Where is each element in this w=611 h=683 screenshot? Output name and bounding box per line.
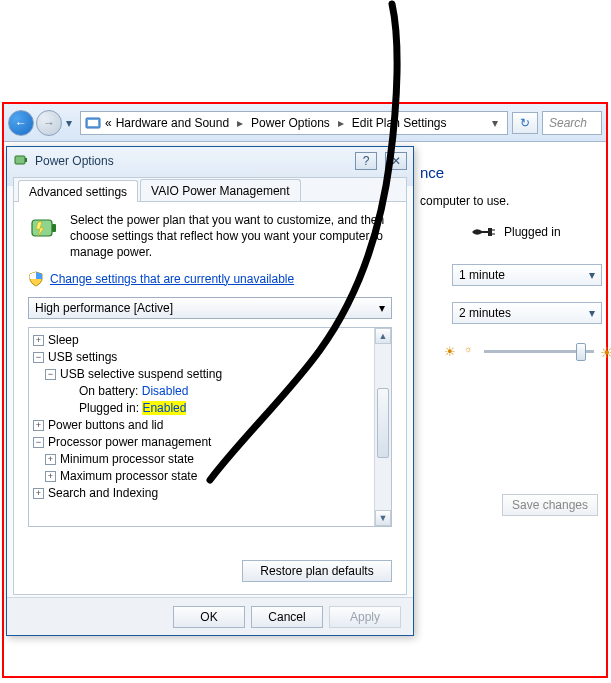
- apply-button[interactable]: Apply: [329, 606, 401, 628]
- expand-toggle[interactable]: +: [45, 471, 56, 482]
- breadcrumb-hardware[interactable]: Hardware and Sound: [116, 116, 229, 130]
- brightness-slider[interactable]: [484, 350, 594, 353]
- slider-thumb[interactable]: [576, 343, 586, 361]
- save-changes-label: Save changes: [512, 498, 588, 512]
- svg-rect-7: [52, 224, 56, 232]
- svg-rect-3: [492, 233, 495, 235]
- cancel-label: Cancel: [268, 610, 305, 624]
- dim-display-value: 1 minute: [459, 268, 505, 282]
- help-button[interactable]: ?: [355, 152, 377, 170]
- tree-processor-power[interactable]: Processor power management: [48, 435, 211, 449]
- chevron-right-icon: ▸: [334, 116, 348, 130]
- breadcrumb-power-options[interactable]: Power Options: [251, 116, 330, 130]
- scroll-thumb[interactable]: [377, 388, 389, 458]
- tree-sleep[interactable]: Sleep: [48, 333, 79, 347]
- restore-defaults-label: Restore plan defaults: [260, 564, 373, 578]
- chevron-down-icon: ▾: [379, 301, 385, 315]
- tab-label: Advanced settings: [29, 185, 127, 199]
- refresh-icon: ↻: [520, 116, 530, 130]
- dialog-title: Power Options: [35, 154, 347, 168]
- page-description-partial: computer to use.: [420, 194, 509, 208]
- close-button[interactable]: ✕: [385, 152, 407, 170]
- power-plan-select[interactable]: High performance [Active] ▾: [28, 297, 392, 319]
- search-placeholder: Search: [549, 116, 587, 130]
- power-plan-value: High performance [Active]: [35, 301, 173, 315]
- chevron-down-icon: ▾: [589, 306, 595, 320]
- forward-button[interactable]: →: [36, 110, 62, 136]
- refresh-button[interactable]: ↻: [512, 112, 538, 134]
- svg-rect-1: [88, 120, 98, 126]
- on-battery-label: On battery:: [79, 384, 138, 398]
- tab-label: VAIO Power Management: [151, 184, 290, 198]
- breadcrumb-edit-plan[interactable]: Edit Plan Settings: [352, 116, 447, 130]
- plug-icon: [470, 224, 496, 240]
- plugged-in-label: Plugged in: [504, 225, 561, 239]
- expand-toggle[interactable]: +: [33, 335, 44, 346]
- shield-icon: [28, 271, 44, 287]
- sun-small-icon: ☼: [464, 344, 478, 358]
- svg-rect-2: [492, 229, 495, 231]
- dim-display-select[interactable]: 1 minute ▾: [452, 264, 602, 286]
- intro-text: Select the power plan that you want to c…: [70, 212, 392, 261]
- history-dropdown[interactable]: ▾: [62, 113, 76, 133]
- tree-power-buttons[interactable]: Power buttons and lid: [48, 418, 163, 432]
- svg-rect-4: [15, 156, 25, 164]
- collapse-toggle[interactable]: −: [33, 352, 44, 363]
- address-bar[interactable]: « Hardware and Sound ▸ Power Options ▸ E…: [80, 111, 508, 135]
- tab-strip: Advanced settings VAIO Power Management: [14, 178, 406, 202]
- collapse-toggle[interactable]: −: [45, 369, 56, 380]
- dialog-body: Advanced settings VAIO Power Management …: [13, 177, 407, 595]
- chevron-right-icon: ▸: [233, 116, 247, 130]
- turn-off-display-select[interactable]: 2 minutes ▾: [452, 302, 602, 324]
- dialog-footer: OK Cancel Apply: [7, 597, 413, 635]
- expand-toggle[interactable]: +: [33, 488, 44, 499]
- save-changes-button[interactable]: Save changes: [502, 494, 598, 516]
- annotation-frame: ← → ▾ « Hardware and Sound ▸ Power Optio…: [2, 102, 608, 678]
- explorer-nav-bar: ← → ▾ « Hardware and Sound ▸ Power Optio…: [4, 104, 606, 142]
- expand-toggle[interactable]: +: [33, 420, 44, 431]
- page-heading-partial: nce: [420, 164, 444, 181]
- change-unavailable-link[interactable]: Change settings that are currently unava…: [50, 272, 294, 286]
- help-icon: ?: [363, 154, 370, 168]
- collapse-toggle[interactable]: −: [33, 437, 44, 448]
- tree-max-processor[interactable]: Maximum processor state: [60, 469, 197, 483]
- close-icon: ✕: [391, 154, 401, 168]
- breadcrumb-prefix: «: [105, 116, 112, 130]
- scroll-up-button[interactable]: ▲: [375, 328, 391, 344]
- svg-rect-5: [25, 158, 27, 162]
- brightness-slider-row: ☀ ☼ ☀: [444, 344, 611, 358]
- plugged-in-label: Plugged in:: [79, 401, 139, 415]
- chevron-down-icon: ▾: [589, 268, 595, 282]
- settings-tree-container: +Sleep −USB settings −USB selective susp…: [28, 327, 392, 527]
- intro-row: Select the power plan that you want to c…: [14, 202, 406, 271]
- uac-link-row: Change settings that are currently unava…: [14, 271, 406, 297]
- ok-button[interactable]: OK: [173, 606, 245, 628]
- battery-icon: [28, 212, 60, 244]
- ok-label: OK: [200, 610, 217, 624]
- scroll-down-button[interactable]: ▼: [375, 510, 391, 526]
- tab-vaio-power[interactable]: VAIO Power Management: [140, 179, 301, 201]
- settings-tree[interactable]: +Sleep −USB settings −USB selective susp…: [29, 328, 373, 526]
- tree-scrollbar[interactable]: ▲ ▼: [374, 328, 391, 526]
- tree-min-processor[interactable]: Minimum processor state: [60, 452, 194, 466]
- address-dropdown[interactable]: ▾: [487, 116, 503, 130]
- search-input[interactable]: Search: [542, 111, 602, 135]
- tree-search-indexing[interactable]: Search and Indexing: [48, 486, 158, 500]
- power-options-dialog: Power Options ? ✕ Advanced settings VAIO…: [6, 146, 414, 636]
- tab-advanced-settings[interactable]: Advanced settings: [18, 180, 138, 202]
- tree-usb-settings[interactable]: USB settings: [48, 350, 117, 364]
- restore-defaults-button[interactable]: Restore plan defaults: [242, 560, 392, 582]
- plugged-in-column-header: Plugged in: [470, 224, 561, 240]
- plugged-in-value[interactable]: Enabled: [142, 401, 186, 415]
- arrow-left-icon: ←: [15, 116, 27, 130]
- sun-bright-icon: ☀: [600, 344, 611, 358]
- cancel-button[interactable]: Cancel: [251, 606, 323, 628]
- battery-small-icon: [13, 152, 29, 171]
- expand-toggle[interactable]: +: [45, 454, 56, 465]
- control-panel-icon: [85, 115, 101, 131]
- tree-usb-suspend[interactable]: USB selective suspend setting: [60, 367, 222, 381]
- dialog-titlebar[interactable]: Power Options ? ✕: [7, 147, 413, 175]
- back-button[interactable]: ←: [8, 110, 34, 136]
- turn-off-display-value: 2 minutes: [459, 306, 511, 320]
- on-battery-value[interactable]: Disabled: [142, 384, 189, 398]
